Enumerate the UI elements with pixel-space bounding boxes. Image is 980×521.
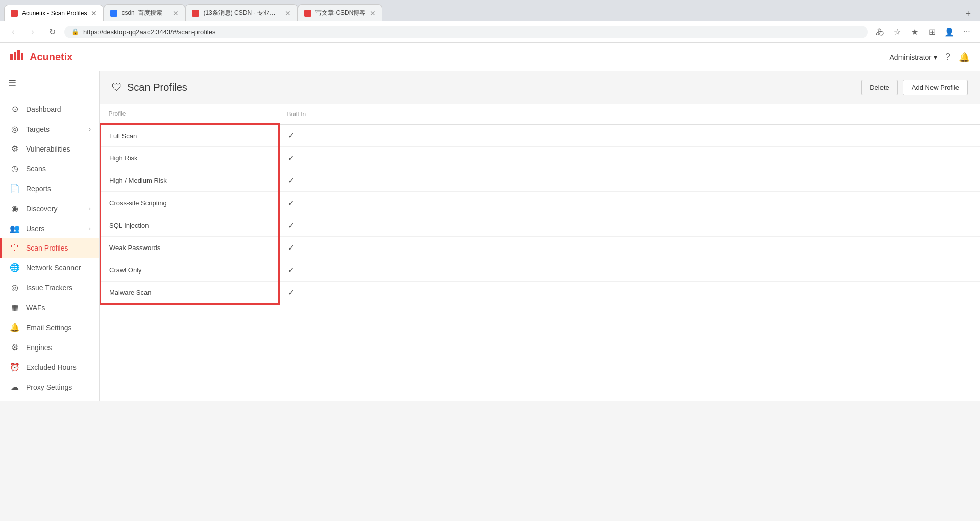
checkmark-icon: ✓ [288, 176, 295, 185]
nav-label-wafs: WAFs [26, 304, 91, 312]
sidebar-item-network-scanner[interactable]: 🌐 Network Scanner [0, 258, 99, 278]
nav-label-proxy-settings: Proxy Settings [26, 383, 91, 391]
sidebar-item-vulnerabilities[interactable]: ⚙ Vulnerabilities [0, 139, 99, 159]
nav-arrow-users: › [89, 225, 91, 232]
profile-icon[interactable]: 👤 [942, 24, 957, 39]
translate-icon[interactable]: あ [873, 24, 887, 39]
svg-rect-0 [10, 54, 13, 60]
admin-menu[interactable]: Administrator ▾ [890, 53, 937, 61]
column-header-profile: Profile [101, 104, 279, 125]
admin-dropdown-icon: ▾ [934, 53, 937, 61]
refresh-button[interactable]: ↻ [45, 24, 59, 39]
back-button[interactable]: ‹ [6, 24, 20, 39]
nav-icon-scan-profiles: 🛡 [10, 243, 20, 253]
delete-button[interactable]: Delete [861, 80, 898, 95]
table-row[interactable]: High Risk ✓ [101, 147, 981, 169]
sidebar-item-excluded-hours[interactable]: ⏰ Excluded Hours [0, 357, 99, 377]
cell-profile: Malware Scan [101, 282, 279, 304]
app-body: ☰ ⊙ Dashboard ◎ Targets › ⚙ Vulnerabilit… [0, 71, 980, 401]
table-header: Profile Built In [101, 104, 981, 125]
browser-tab-csdn-write[interactable]: 写文章-CSDN博客 ✕ [298, 4, 382, 21]
main-content: 🛡 Scan Profiles Delete Add New Profile P… [100, 71, 980, 401]
cell-profile: SQL Injection [101, 214, 279, 237]
sidebar-item-wafs[interactable]: ▦ WAFs [0, 297, 99, 317]
tab-title: 写文章-CSDN博客 [315, 9, 365, 17]
new-tab-button[interactable]: + [960, 7, 976, 21]
nav-icon-email-settings: 🔔 [10, 322, 20, 332]
nav-label-scan-profiles: Scan Profiles [26, 244, 91, 252]
sidebar-item-proxy-settings[interactable]: ☁ Proxy Settings [0, 377, 99, 397]
sidebar-item-targets[interactable]: ◎ Targets › [0, 119, 99, 139]
collections-icon[interactable]: ⊞ [925, 24, 939, 39]
menu-icon[interactable]: ··· [960, 24, 974, 39]
sidebar-item-users[interactable]: 👥 Users › [0, 218, 99, 238]
sidebar-item-discovery[interactable]: ◉ Discovery › [0, 199, 99, 218]
table-row[interactable]: Malware Scan ✓ [101, 282, 981, 304]
checkmark-icon: ✓ [288, 266, 295, 275]
page-header: 🛡 Scan Profiles Delete Add New Profile [100, 71, 980, 104]
tab-favicon [110, 10, 117, 17]
sidebar-item-issue-trackers[interactable]: ◎ Issue Trackers [0, 278, 99, 297]
nav-label-dashboard: Dashboard [26, 105, 91, 113]
admin-label: Administrator [890, 53, 932, 61]
sidebar-item-email-settings[interactable]: 🔔 Email Settings [0, 317, 99, 337]
sidebar-nav: ⊙ Dashboard ◎ Targets › ⚙ Vulnerabilitie… [0, 95, 99, 401]
table-header-row: Profile Built In [101, 104, 981, 125]
cell-profile: High Risk [101, 147, 279, 169]
tab-close-icon[interactable]: ✕ [91, 9, 97, 17]
tab-title: (13条消息) CSDN - 专业开发者社... [203, 9, 281, 17]
nav-icon-reports: 📄 [10, 184, 20, 193]
table-row[interactable]: Cross-site Scripting ✓ [101, 192, 981, 214]
tab-close-icon[interactable]: ✕ [285, 9, 291, 17]
cell-builtin: ✓ [279, 237, 981, 259]
nav-label-excluded-hours: Excluded Hours [26, 363, 91, 371]
table-row[interactable]: High / Medium Risk ✓ [101, 169, 981, 192]
nav-icon-network-scanner: 🌐 [10, 263, 20, 272]
header-right: Administrator ▾ ? 🔔 [890, 52, 970, 63]
bookmark-icon[interactable]: ★ [908, 24, 922, 39]
address-text: https://desktop-qq2aac2:3443/#/scan-prof… [83, 28, 861, 36]
cell-builtin: ✓ [279, 192, 981, 214]
browser-chrome: Acunetix - Scan Profiles ✕ csdn_百度搜索 ✕ (… [0, 0, 980, 43]
hamburger-button[interactable]: ☰ [8, 78, 16, 89]
table-row[interactable]: Crawl Only ✓ [101, 259, 981, 282]
nav-label-network-scanner: Network Scanner [26, 264, 91, 272]
sidebar-item-engines[interactable]: ⚙ Engines [0, 337, 99, 357]
add-profile-button[interactable]: Add New Profile [903, 80, 968, 95]
svg-rect-1 [14, 52, 16, 60]
sidebar-item-scan-profiles[interactable]: 🛡 Scan Profiles [0, 238, 99, 258]
address-bar[interactable]: 🔒 https://desktop-qq2aac2:3443/#/scan-pr… [64, 26, 868, 38]
cell-profile: Weak Passwords [101, 237, 279, 259]
page-title: Scan Profiles [127, 82, 187, 93]
table-row[interactable]: SQL Injection ✓ [101, 214, 981, 237]
forward-button[interactable]: › [26, 24, 40, 39]
nav-icon-targets: ◎ [10, 124, 20, 134]
help-button[interactable]: ? [945, 52, 950, 62]
browser-tab-acunetix[interactable]: Acunetix - Scan Profiles ✕ [4, 5, 104, 21]
app-header: Acunetix Administrator ▾ ? 🔔 [0, 43, 980, 71]
nav-icon-excluded-hours: ⏰ [10, 362, 20, 372]
table-body: Full Scan ✓ High Risk ✓ High / Medium Ri… [101, 125, 981, 304]
page-shield-icon: 🛡 [112, 82, 122, 93]
sidebar-item-reports[interactable]: 📄 Reports [0, 179, 99, 199]
sidebar-item-scans[interactable]: ◷ Scans [0, 159, 99, 179]
nav-label-discovery: Discovery [26, 205, 83, 213]
table-row[interactable]: Weak Passwords ✓ [101, 237, 981, 259]
page-actions: Delete Add New Profile [861, 80, 968, 95]
tab-close-icon[interactable]: ✕ [173, 9, 179, 17]
sidebar-item-dashboard[interactable]: ⊙ Dashboard [0, 99, 99, 119]
notifications-button[interactable]: 🔔 [959, 52, 970, 63]
tab-favicon [11, 10, 18, 17]
checkmark-icon: ✓ [288, 154, 295, 162]
table-row[interactable]: Full Scan ✓ [101, 125, 981, 147]
favorites-icon[interactable]: ☆ [890, 24, 904, 39]
tab-close-icon[interactable]: ✕ [370, 9, 376, 17]
tabs-container: Acunetix - Scan Profiles ✕ csdn_百度搜索 ✕ (… [4, 4, 960, 21]
toolbar-actions: あ ☆ ★ ⊞ 👤 ··· [873, 24, 974, 39]
browser-tab-csdn-news[interactable]: (13条消息) CSDN - 专业开发者社... ✕ [185, 4, 298, 21]
page-title-area: 🛡 Scan Profiles [112, 82, 187, 93]
nav-icon-wafs: ▦ [10, 303, 20, 312]
tab-title: csdn_百度搜索 [121, 9, 168, 17]
browser-tab-csdn-search[interactable]: csdn_百度搜索 ✕ [104, 4, 185, 21]
nav-icon-engines: ⚙ [10, 342, 20, 352]
